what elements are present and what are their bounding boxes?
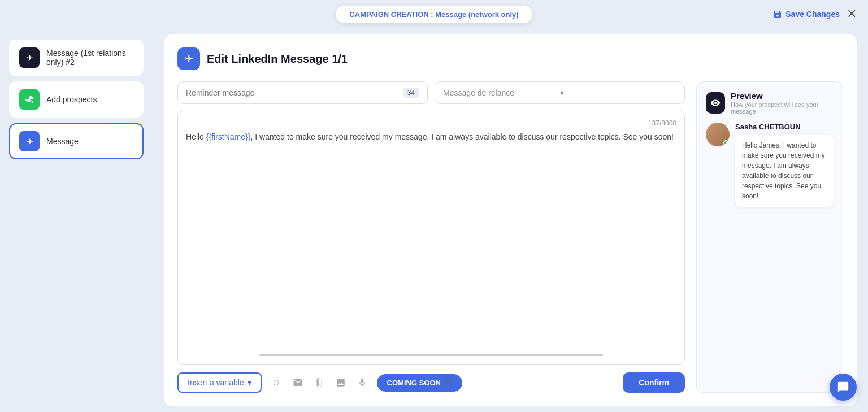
- preview-right: Sasha CHETBOUN Hello James, I wanted to …: [735, 123, 834, 207]
- message-char-counter: 137/8000: [186, 119, 676, 127]
- reminder-input-wrapper: 34: [177, 81, 428, 104]
- eye-icon: [706, 92, 725, 114]
- sidebar-label-message: Message: [46, 137, 79, 146]
- message-text[interactable]: Hello {{firstName}}, I wanted to make su…: [186, 131, 676, 348]
- message-box: 137/8000 Hello {{firstName}}, I wanted t…: [177, 111, 685, 365]
- sidebar-icon-green: [19, 89, 40, 110]
- top-bar: CAMPAIGN CREATION : Message (network onl…: [0, 0, 868, 28]
- sidebar-label-message-1st: Message (1st relations only) #2: [46, 49, 133, 67]
- avatar: [706, 123, 730, 146]
- relance-select[interactable]: Message de relance ▾: [435, 81, 685, 104]
- save-icon: [773, 10, 782, 19]
- scroll-indicator: [186, 348, 676, 356]
- user-add-icon: [24, 94, 34, 105]
- preview-title: Preview: [731, 91, 834, 101]
- campaign-title: CAMPAIGN CREATION : Message (network onl…: [336, 6, 532, 23]
- preview-panel: Preview How your prospect will see your …: [696, 81, 843, 393]
- preview-header: Preview How your prospect will see your …: [706, 91, 834, 115]
- chevron-down-icon: ▾: [560, 88, 677, 97]
- sidebar-item-message-1st[interactable]: ✈ Message (1st relations only) #2: [9, 40, 144, 76]
- emoji-icon[interactable]: ☺: [268, 375, 284, 391]
- paperclip-icon[interactable]: [311, 375, 327, 391]
- chat-icon: [837, 381, 849, 393]
- variable-firstname: {{firstName}}: [206, 132, 251, 141]
- toolbar-icons: ☺: [268, 375, 370, 391]
- preview-subtitle: How your prospect will see your message: [731, 101, 834, 115]
- relance-placeholder: Message de relance: [443, 88, 560, 97]
- sidebar-item-add-prospects[interactable]: Add prospects: [9, 81, 144, 118]
- scroll-bar: [259, 354, 603, 356]
- campaign-label: CAMPAIGN CREATION :: [349, 10, 435, 19]
- online-indicator: [723, 140, 729, 146]
- confirm-button[interactable]: Confirm: [623, 372, 685, 393]
- coming-soon-button[interactable]: COMING SOON 🎵: [377, 374, 462, 392]
- campaign-sublabel: Message (network only): [435, 10, 518, 19]
- preview-text-block: Preview How your prospect will see your …: [731, 91, 834, 115]
- sidebar-item-message[interactable]: ✈ Message: [9, 123, 144, 159]
- content-area: 34 Message de relance ▾ 137/8000 Hello {…: [177, 81, 843, 393]
- page-header: ✈ Edit LinkedIn Message 1/1: [177, 47, 843, 70]
- save-changes-button[interactable]: Save Changes: [773, 10, 840, 19]
- insert-variable-label: Insert a variable: [188, 378, 244, 387]
- preview-message-bubble: Hello James, I wanted to make sure you r…: [735, 135, 834, 207]
- preview-message-area: Sasha CHETBOUN Hello James, I wanted to …: [706, 123, 834, 207]
- confirm-label: Confirm: [639, 378, 669, 387]
- editor-area: 34 Message de relance ▾ 137/8000 Hello {…: [177, 81, 685, 393]
- page-title: Edit LinkedIn Message 1/1: [207, 53, 348, 66]
- reminder-input[interactable]: [186, 88, 403, 97]
- preview-user-name: Sasha CHETBOUN: [735, 123, 834, 131]
- page-header-icon: ✈: [177, 47, 200, 70]
- save-label: Save Changes: [785, 10, 840, 19]
- sidebar-icon-dark: ✈: [19, 47, 40, 68]
- insert-variable-button[interactable]: Insert a variable ▾: [177, 372, 262, 393]
- char-count-badge: 34: [403, 88, 419, 98]
- mail-icon[interactable]: [290, 375, 306, 391]
- chevron-down-icon: ▾: [248, 378, 251, 387]
- top-row: 34 Message de relance ▾: [177, 81, 685, 104]
- mic-icon[interactable]: [354, 375, 370, 391]
- sidebar-label-add-prospects: Add prospects: [46, 95, 97, 104]
- image-icon[interactable]: [333, 375, 349, 391]
- coming-soon-label: COMING SOON 🎵: [387, 379, 452, 387]
- main-content: ✈ Edit LinkedIn Message 1/1 34 Message d…: [164, 34, 857, 406]
- sidebar: ✈ Message (1st relations only) #2 Add pr…: [0, 34, 153, 165]
- bottom-toolbar: Insert a variable ▾ ☺: [177, 372, 685, 393]
- sidebar-icon-blue: ✈: [19, 131, 40, 151]
- top-right-controls: Save Changes ✕: [773, 7, 857, 21]
- close-button[interactable]: ✕: [847, 7, 857, 21]
- chat-widget[interactable]: [830, 374, 857, 401]
